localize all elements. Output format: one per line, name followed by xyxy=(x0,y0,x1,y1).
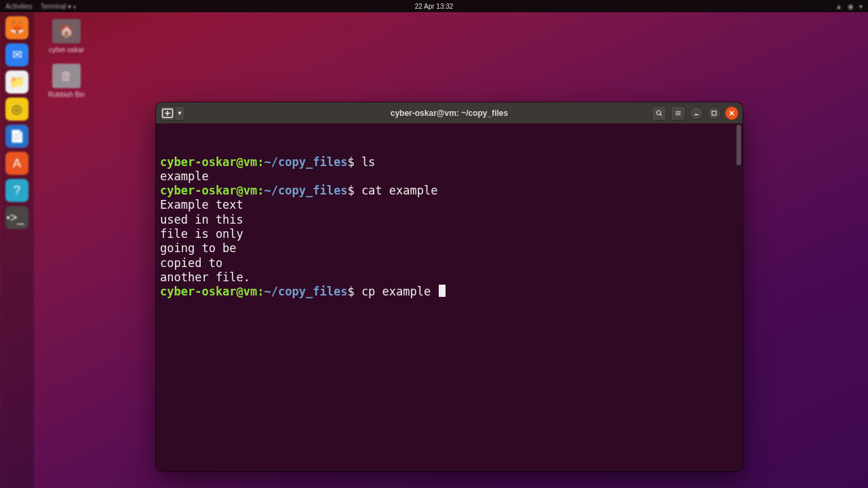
dock-thunderbird-icon[interactable]: ✉ xyxy=(5,43,28,66)
svg-line-4 xyxy=(660,114,662,115)
search-button[interactable] xyxy=(652,106,667,121)
search-icon xyxy=(655,109,663,117)
network-icon[interactable]: ▲ xyxy=(835,3,842,10)
terminal-cursor xyxy=(439,285,446,297)
prompt-symbol: $ xyxy=(347,184,354,197)
minimize-button[interactable] xyxy=(690,106,703,120)
close-icon xyxy=(728,109,736,117)
prompt-path: ~/copy_files xyxy=(264,285,348,298)
prompt-symbol: $ xyxy=(347,155,354,169)
svg-rect-9 xyxy=(712,111,716,115)
dock-firefox-icon[interactable]: 🦊 xyxy=(5,16,28,39)
gnome-top-bar: Activities Terminal ▾ 22 Apr 13:32 ▲ ◉ ▾ xyxy=(0,0,868,12)
prompt-path: ~/copy_files xyxy=(264,184,348,197)
prompt-user: cyber-oskar@vm xyxy=(160,184,257,197)
desktop-icon-label: Rubbish Bin xyxy=(48,91,85,98)
dock-help-icon[interactable]: ? xyxy=(5,179,28,202)
terminal-command: cat example xyxy=(361,184,438,197)
terminal-command: cp example xyxy=(361,285,438,298)
tab-dropdown-button[interactable]: ▼ xyxy=(174,106,185,121)
activities-button[interactable]: Activities xyxy=(5,3,32,10)
chevron-down-icon: ▼ xyxy=(177,110,183,117)
appmenu-terminal[interactable]: Terminal ▾ xyxy=(40,3,76,10)
power-icon[interactable]: ▾ xyxy=(859,3,863,10)
new-tab-button[interactable] xyxy=(160,106,175,121)
close-button[interactable] xyxy=(725,106,738,120)
dock-files-icon[interactable]: 📁 xyxy=(5,70,28,94)
new-tab-icon xyxy=(161,106,174,120)
sound-icon[interactable]: ◉ xyxy=(848,3,854,10)
dock-software-icon[interactable]: A xyxy=(5,152,28,175)
terminal-window: ▼ cyber-oskar@vm: ~/copy_files cyber-osk… xyxy=(156,102,743,471)
maximize-icon xyxy=(710,109,718,117)
terminal-output: going to be xyxy=(160,241,237,255)
terminal-command: ls xyxy=(361,155,375,169)
ubuntu-dock: 🦊 ✉ 📁 ◎ 📄 A ? >_ xyxy=(0,12,34,488)
terminal-output: another file. xyxy=(160,270,250,284)
terminal-titlebar[interactable]: ▼ cyber-oskar@vm: ~/copy_files xyxy=(156,102,743,123)
hamburger-icon xyxy=(674,109,682,117)
dock-active-indicator xyxy=(7,216,9,219)
terminal-body[interactable]: cyber-oskar@vm:~/copy_files$ ls example … xyxy=(156,123,743,471)
prompt-user: cyber-oskar@vm xyxy=(160,285,257,298)
terminal-output: file is only xyxy=(160,227,243,241)
folder-icon: 🏠 xyxy=(52,19,81,43)
terminal-output: copied to xyxy=(160,256,222,270)
terminal-output: Example text xyxy=(160,198,243,211)
dock-writer-icon[interactable]: 📄 xyxy=(5,125,28,148)
dock-rhythmbox-icon[interactable]: ◎ xyxy=(5,98,28,121)
maximize-button[interactable] xyxy=(707,106,721,120)
topbar-clock: 22 Apr 13:32 xyxy=(415,3,454,10)
prompt-path: ~/copy_files xyxy=(264,155,348,169)
desktop-home-icon[interactable]: 🏠 cyber-oskar xyxy=(43,19,90,54)
terminal-output: example xyxy=(160,169,209,183)
desktop-trash-icon[interactable]: 🗑 Rubbish Bin xyxy=(43,64,90,98)
svg-point-3 xyxy=(656,110,660,115)
terminal-output: used in this xyxy=(160,213,243,226)
dock-terminal-icon[interactable]: >_ xyxy=(5,206,28,229)
prompt-user: cyber-oskar@vm xyxy=(160,155,257,169)
menu-button[interactable] xyxy=(671,106,686,121)
prompt-symbol: $ xyxy=(347,285,354,298)
minimize-icon xyxy=(692,109,701,117)
trash-icon: 🗑 xyxy=(52,64,81,88)
desktop-icon-label: cyber-oskar xyxy=(49,46,84,54)
terminal-scrollbar[interactable] xyxy=(736,125,741,165)
